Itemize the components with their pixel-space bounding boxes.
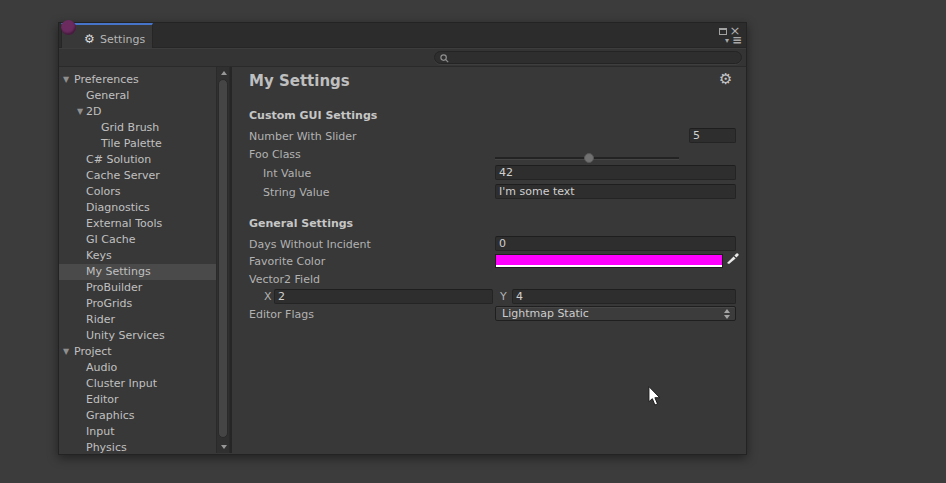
x-axis-label: X xyxy=(264,289,272,304)
settings-gear-icon: ⚙ xyxy=(84,32,95,46)
sidebar-item-general[interactable]: General xyxy=(59,88,216,104)
search-icon xyxy=(440,54,449,63)
mouse-cursor xyxy=(648,386,662,407)
sidebar-item-colors[interactable]: Colors xyxy=(59,184,216,200)
sidebar-item-label: Grid Brush xyxy=(101,121,159,135)
sidebar-item-label: Editor xyxy=(86,393,119,407)
sidebar-item-label: Diagnostics xyxy=(86,201,150,215)
int-value-label: Int Value xyxy=(263,166,311,181)
dropdown-arrows-icon xyxy=(724,309,731,319)
vector2-label: Vector2 Field xyxy=(249,272,320,287)
expander-icon[interactable]: ▼ xyxy=(63,347,69,357)
sidebar-item-label: Physics xyxy=(86,441,127,453)
sidebar-item-label: ProBuilder xyxy=(86,281,142,295)
sidebar-item-editor[interactable]: Editor xyxy=(59,392,216,408)
sidebar-item-label: My Settings xyxy=(86,265,151,279)
sidebar-item-label: External Tools xyxy=(86,217,162,231)
sidebar-item-keys[interactable]: Keys xyxy=(59,248,216,264)
settings-window: ⚙ Settings × ▾ ≡ ▼PreferencesGeneral▼2DG… xyxy=(58,22,747,455)
search-field[interactable] xyxy=(434,51,742,64)
sidebar-item-c-solution[interactable]: C# Solution xyxy=(59,152,216,168)
y-axis-label: Y xyxy=(500,289,507,304)
sidebar-item-input[interactable]: Input xyxy=(59,424,216,440)
expander-icon[interactable]: ▼ xyxy=(77,107,83,117)
color-swatch[interactable] xyxy=(495,254,723,268)
sidebar-item-external-tools[interactable]: External Tools xyxy=(59,216,216,232)
favorite-color-label: Favorite Color xyxy=(249,254,325,269)
editor-flags-label: Editor Flags xyxy=(249,307,314,322)
sidebar-item-label: C# Solution xyxy=(86,153,151,167)
sidebar-item-preferences[interactable]: ▼Preferences xyxy=(59,72,216,88)
sidebar-item-label: Audio xyxy=(86,361,117,375)
sidebar-item-progrids[interactable]: ProGrids xyxy=(59,296,216,312)
settings-tree: ▼PreferencesGeneral▼2DGrid BrushTile Pal… xyxy=(59,72,216,453)
slider-value-field[interactable] xyxy=(689,128,736,143)
editor-flags-dropdown[interactable]: Lightmap Static xyxy=(495,306,736,321)
slider-thumb[interactable] xyxy=(584,153,594,163)
sidebar-item-label: ProGrids xyxy=(86,297,132,311)
chevron-down-icon: ▾ xyxy=(725,36,729,45)
section-heading-general: General Settings xyxy=(249,217,353,230)
vector2-y-field[interactable] xyxy=(512,289,736,304)
string-value-label: String Value xyxy=(263,185,330,200)
sidebar-item-label: Graphics xyxy=(86,409,135,423)
sidebar-item-rider[interactable]: Rider xyxy=(59,312,216,328)
sidebar-item-label: Unity Services xyxy=(86,329,165,343)
page-title: My Settings xyxy=(249,72,350,90)
sidebar-item-cluster-input[interactable]: Cluster Input xyxy=(59,376,216,392)
sidebar-item-label: General xyxy=(86,89,129,103)
sidebar-item-probuilder[interactable]: ProBuilder xyxy=(59,280,216,296)
slider-label: Number With Slider xyxy=(249,129,357,144)
sidebar-item-label: Rider xyxy=(86,313,115,327)
sidebar-item-label: 2D xyxy=(86,105,101,119)
tab-settings-label: Settings xyxy=(100,33,145,46)
hamburger-icon: ≡ xyxy=(732,33,741,47)
sidebar-item-my-settings[interactable]: My Settings xyxy=(59,264,216,280)
sidebar-item-unity-services[interactable]: Unity Services xyxy=(59,328,216,344)
days-label: Days Without Incident xyxy=(249,237,371,252)
gear-icon[interactable]: ⚙ xyxy=(719,70,732,88)
vector2-x-field[interactable] xyxy=(274,289,493,304)
foo-class-label: Foo Class xyxy=(249,147,301,162)
editor-flags-value: Lightmap Static xyxy=(502,307,589,320)
sidebar-item-tile-palette[interactable]: Tile Palette xyxy=(59,136,216,152)
sidebar-item-label: Colors xyxy=(86,185,120,199)
sidebar-item-label: Tile Palette xyxy=(101,137,162,151)
sidebar-item-label: Cluster Input xyxy=(86,377,157,391)
sidebar-item-project[interactable]: ▼Project xyxy=(59,344,216,360)
section-heading-custom: Custom GUI Settings xyxy=(249,109,377,122)
scroll-up-icon[interactable] xyxy=(221,71,227,75)
eyedropper-icon[interactable] xyxy=(726,251,739,264)
sidebar-item-label: Cache Server xyxy=(86,169,160,183)
sidebar-item-label: Project xyxy=(74,345,112,359)
string-value-field[interactable] xyxy=(495,184,736,199)
sidebar-item-physics[interactable]: Physics xyxy=(59,440,216,453)
window-badge-icon xyxy=(61,20,76,35)
sidebar-item-diagnostics[interactable]: Diagnostics xyxy=(59,200,216,216)
color-swatch-fill xyxy=(496,255,722,265)
sidebar-item-gi-cache[interactable]: GI Cache xyxy=(59,232,216,248)
sidebar-item-cache-server[interactable]: Cache Server xyxy=(59,168,216,184)
days-field[interactable] xyxy=(495,236,736,251)
toolbar xyxy=(59,48,746,67)
scroll-down-icon[interactable] xyxy=(221,445,227,449)
sidebar-item-label: GI Cache xyxy=(86,233,135,247)
sidebar-item-label: Keys xyxy=(86,249,112,263)
sidebar-item-graphics[interactable]: Graphics xyxy=(59,408,216,424)
search-input[interactable] xyxy=(452,52,736,63)
tab-bar: ⚙ Settings × ▾ ≡ xyxy=(59,23,746,48)
number-slider[interactable] xyxy=(495,157,679,159)
scrollbar-thumb[interactable] xyxy=(218,79,228,438)
sidebar-item-2d[interactable]: ▼2D xyxy=(59,104,216,120)
sidebar-item-grid-brush[interactable]: Grid Brush xyxy=(59,120,216,136)
expander-icon[interactable]: ▼ xyxy=(63,75,69,85)
sidebar: ▼PreferencesGeneral▼2DGrid BrushTile Pal… xyxy=(59,67,216,453)
sidebar-scrollbar[interactable] xyxy=(216,67,230,453)
int-value-field[interactable] xyxy=(495,165,736,180)
sidebar-item-label: Preferences xyxy=(74,73,139,87)
sidebar-item-label: Input xyxy=(86,425,114,439)
window-menu-icon[interactable]: ▾ ≡ xyxy=(725,34,745,47)
sidebar-item-audio[interactable]: Audio xyxy=(59,360,216,376)
main-panel: My Settings ⚙ Custom GUI Settings Number… xyxy=(232,67,745,453)
